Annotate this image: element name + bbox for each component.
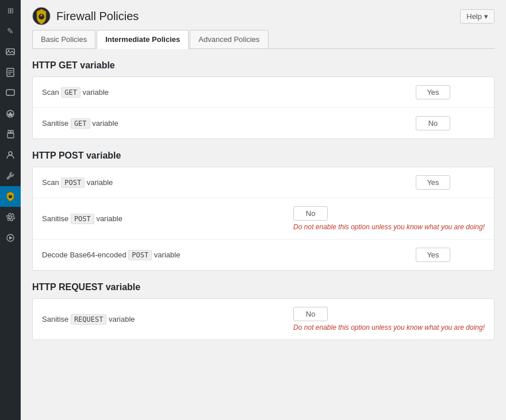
sidebar-icon-play[interactable] [0, 228, 21, 248]
svg-rect-0 [6, 49, 14, 55]
svg-point-11 [9, 152, 12, 155]
table-row: Decode Base64-encoded POST variable Yes [33, 240, 494, 270]
sidebar-icon-settings[interactable] [0, 207, 21, 228]
svg-rect-10 [7, 133, 14, 138]
get-code-tag: GET [61, 87, 80, 98]
post-code-tag-3: POST [128, 250, 152, 260]
sidebar: ⊞ ✎ [0, 0, 21, 420]
scan-post-button[interactable]: Yes [416, 175, 450, 190]
sanitise-get-label: Sanitise GET variable [42, 119, 416, 128]
sidebar-icon-posts[interactable]: ✎ [0, 21, 21, 41]
post-code-tag-2: POST [71, 214, 94, 224]
sanitise-request-label: Sanitise REQUEST variable [42, 315, 293, 323]
help-button[interactable]: Help ▾ [460, 9, 494, 24]
tab-intermediate-policies[interactable]: Intermediate Policies [97, 30, 189, 49]
chevron-down-icon: ▾ [484, 12, 488, 21]
svg-rect-9 [11, 130, 13, 133]
policy-tabs: Basic Policies Intermediate Policies Adv… [32, 30, 494, 49]
sidebar-icon-comments[interactable] [0, 83, 21, 103]
decode-post-value: Yes [416, 248, 485, 262]
svg-point-13 [9, 216, 12, 219]
sidebar-icon-tools[interactable] [0, 165, 21, 186]
get-code-tag-2: GET [71, 118, 90, 129]
sanitise-request-value: No Do not enable this option unless you … [293, 307, 485, 332]
http-request-card: Sanitise REQUEST variable No Do not enab… [32, 298, 494, 340]
tab-advanced-policies[interactable]: Advanced Policies [190, 30, 268, 48]
decode-post-button[interactable]: Yes [416, 248, 450, 262]
page-title-container: Firewall Policies [32, 7, 139, 25]
sanitise-post-warning: Do not enable this option unless you kno… [293, 223, 485, 231]
svg-rect-8 [8, 130, 10, 133]
svg-rect-6 [6, 90, 14, 95]
table-row: Sanitise GET variable No [33, 108, 494, 138]
sanitise-post-value: No Do not enable this option unless you … [293, 206, 485, 231]
sanitise-request-warning: Do not enable this option unless you kno… [293, 323, 485, 332]
sidebar-icon-firewall[interactable] [0, 186, 21, 207]
http-post-card: Scan POST variable Yes Sanitise POST var… [32, 167, 494, 271]
sanitise-post-label: Sanitise POST variable [42, 214, 293, 223]
sidebar-icon-media[interactable] [0, 41, 21, 62]
sidebar-icon-plugins[interactable] [0, 124, 21, 145]
tab-content: HTTP GET variable Scan GET variable Yes … [21, 49, 506, 363]
sanitise-request-button[interactable]: No [293, 307, 328, 321]
decode-post-label: Decode Base64-encoded POST variable [42, 251, 416, 259]
sidebar-icon-appearance[interactable] [0, 103, 21, 124]
sidebar-icon-dashboard[interactable]: ⊞ [0, 0, 21, 21]
tab-basic-policies[interactable]: Basic Policies [32, 30, 95, 48]
sanitise-post-button[interactable]: No [293, 206, 328, 221]
scan-get-value: Yes [416, 85, 485, 99]
page-header: Firewall Policies Help ▾ [21, 0, 506, 30]
sanitise-get-button[interactable]: No [416, 116, 450, 130]
table-row: Sanitise POST variable No Do not enable … [33, 198, 494, 240]
http-post-section-title: HTTP POST variable [32, 151, 494, 161]
sidebar-icon-users[interactable] [0, 145, 21, 165]
page-title: Firewall Policies [56, 10, 139, 23]
main-content: Firewall Policies Help ▾ Basic Policies … [21, 0, 506, 420]
scan-post-label: Scan POST variable [42, 178, 416, 187]
scan-get-button[interactable]: Yes [416, 85, 450, 99]
http-get-section-title: HTTP GET variable [32, 60, 494, 71]
svg-marker-15 [9, 236, 13, 240]
sanitise-get-value: No [416, 116, 485, 130]
scan-get-label: Scan GET variable [42, 88, 416, 97]
post-code-tag-1: POST [61, 178, 85, 188]
scan-post-value: Yes [416, 175, 485, 190]
firewall-logo-icon [32, 7, 51, 25]
table-row: Scan POST variable Yes [33, 167, 494, 198]
sidebar-icon-pages[interactable] [0, 62, 21, 83]
http-request-section-title: HTTP REQUEST variable [32, 282, 494, 292]
http-get-card: Scan GET variable Yes Sanitise GET varia… [32, 76, 494, 139]
table-row: Scan GET variable Yes [33, 77, 494, 108]
table-row: Sanitise REQUEST variable No Do not enab… [33, 299, 494, 340]
request-code-tag: REQUEST [71, 314, 107, 325]
